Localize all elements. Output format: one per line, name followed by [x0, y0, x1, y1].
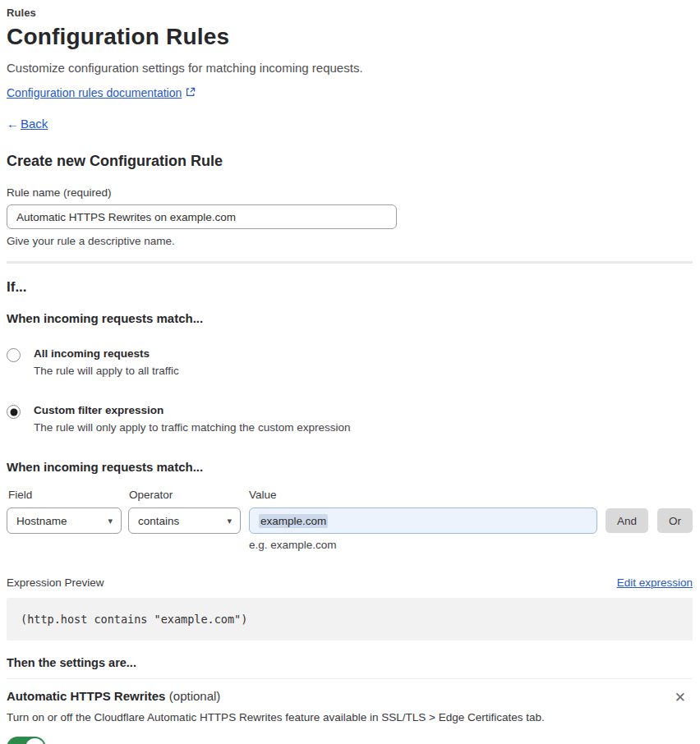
documentation-link[interactable]: Configuration rules documentation — [7, 86, 182, 99]
toggle-knob — [25, 738, 44, 744]
operator-select-value: contains — [138, 515, 179, 527]
if-heading: If... — [7, 279, 693, 296]
back-row: ← Back — [7, 117, 693, 131]
value-input[interactable]: example.com — [249, 507, 597, 534]
documentation-link-row: Configuration rules documentation — [7, 86, 693, 99]
radio-button[interactable] — [7, 348, 21, 362]
radio-label: All incoming requests — [34, 347, 179, 360]
breadcrumb: Rules — [7, 7, 693, 19]
operator-select[interactable]: contains ▾ — [128, 507, 241, 534]
radio-all-incoming-requests[interactable]: All incoming requests The rule will appl… — [7, 347, 693, 377]
field-select[interactable]: Hostname ▾ — [7, 507, 122, 534]
back-link[interactable]: Back — [21, 117, 48, 131]
incoming-requests-match-heading: When incoming requests match... — [7, 311, 693, 325]
setting-description: Turn on or off the Cloudflare Automatic … — [7, 711, 693, 723]
back-arrow-icon: ← — [7, 117, 19, 131]
chevron-down-icon: ▾ — [227, 516, 232, 526]
chevron-down-icon: ▾ — [108, 516, 113, 526]
edit-expression-link[interactable]: Edit expression — [617, 576, 693, 589]
expression-preview-header: Expression Preview Edit expression — [7, 576, 693, 589]
operator-column-label: Operator — [128, 489, 249, 501]
value-input-text: example.com — [259, 514, 328, 528]
automatic-https-rewrites-toggle[interactable]: ✓ — [7, 737, 46, 744]
radio-description: The rule will only apply to traffic matc… — [34, 421, 350, 434]
builder-heading: When incoming requests match... — [7, 460, 693, 474]
value-hint: e.g. example.com — [249, 539, 693, 551]
field-column-label: Field — [7, 489, 128, 501]
setting-card-automatic-https-rewrites: Automatic HTTPS Rewrites (optional) ✕ Tu… — [7, 678, 693, 744]
setting-title: Automatic HTTPS Rewrites — [7, 689, 165, 703]
expression-code: (http.host contains "example.com") — [21, 613, 247, 626]
radio-button[interactable] — [7, 405, 21, 419]
value-column-label: Value — [249, 489, 693, 501]
expression-preview-label: Expression Preview — [7, 576, 104, 589]
expression-builder: When incoming requests match... Field Op… — [7, 460, 693, 551]
radio-description: The rule will apply to all traffic — [34, 365, 179, 377]
rule-name-help: Give your rule a descriptive name. — [7, 235, 693, 247]
external-link-icon — [186, 87, 196, 97]
radio-label: Custom filter expression — [34, 404, 350, 416]
create-rule-heading: Create new Configuration Rule — [7, 153, 693, 170]
field-select-value: Hostname — [16, 515, 67, 527]
section-divider — [7, 261, 693, 264]
setting-optional-label: (optional) — [169, 689, 221, 703]
and-button[interactable]: And — [606, 508, 648, 533]
or-button[interactable]: Or — [657, 508, 693, 533]
match-type-radio-group: All incoming requests The rule will appl… — [7, 347, 693, 434]
expression-preview-code-block: (http.host contains "example.com") — [7, 598, 693, 641]
rule-name-label: Rule name (required) — [7, 186, 693, 199]
rule-name-input[interactable] — [7, 204, 397, 229]
radio-custom-filter-expression[interactable]: Custom filter expression The rule will o… — [7, 404, 693, 434]
then-settings-heading: Then the settings are... — [7, 656, 693, 669]
close-icon[interactable]: ✕ — [675, 689, 693, 705]
page-subtitle: Customize configuration settings for mat… — [7, 61, 693, 75]
page-title: Configuration Rules — [7, 24, 693, 50]
